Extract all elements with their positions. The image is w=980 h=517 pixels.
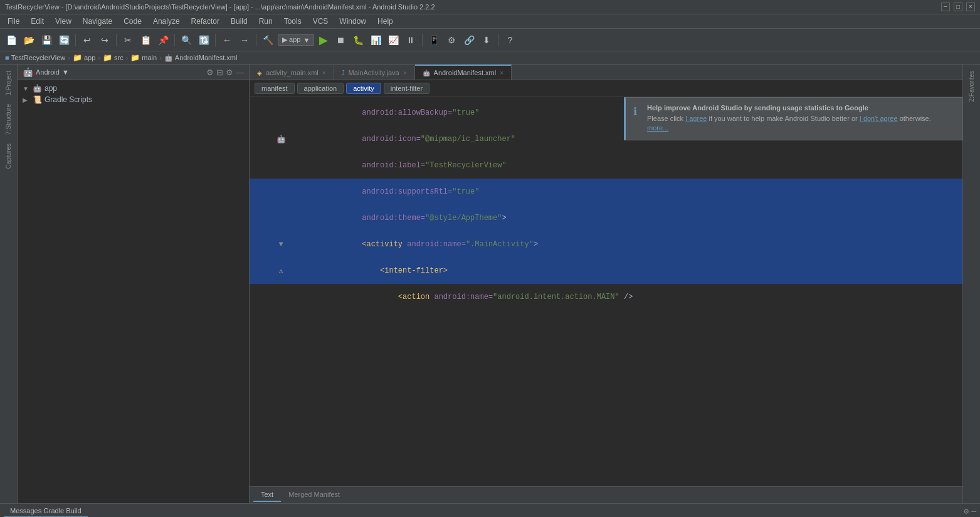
run-button[interactable]: ▶ bbox=[317, 33, 330, 47]
subtab-application[interactable]: application bbox=[297, 83, 344, 94]
project-dropdown-arrow[interactable]: ▼ bbox=[62, 68, 69, 76]
tree-item-gradle[interactable]: ▶ 📜 Gradle Scripts bbox=[18, 94, 249, 105]
sidebar-project-label[interactable]: 1:Project bbox=[4, 67, 13, 99]
minimize-button[interactable]: − bbox=[941, 3, 950, 11]
find-button[interactable]: 🔍 bbox=[179, 33, 194, 48]
paste-button[interactable]: 📌 bbox=[155, 33, 171, 48]
code-line-6: ▼ <activity android:name=".MainActivity"… bbox=[250, 231, 962, 258]
tree-item-app[interactable]: ▼ 🤖 app bbox=[18, 83, 249, 94]
breadcrumb-src[interactable]: 📁 src bbox=[103, 53, 124, 62]
project-dropdown[interactable]: Android bbox=[36, 68, 60, 76]
gear-icon[interactable]: — bbox=[236, 68, 244, 77]
android-marker: 🤖 bbox=[277, 135, 286, 144]
stop-button[interactable]: ⏸ bbox=[403, 33, 418, 48]
menu-run[interactable]: Run bbox=[254, 16, 278, 27]
copy-button[interactable]: 📋 bbox=[138, 33, 153, 48]
subtabs-bar: manifest application activity intent-fil… bbox=[250, 80, 962, 97]
redo-button[interactable]: ↪ bbox=[97, 33, 112, 48]
menu-help[interactable]: Help bbox=[372, 16, 398, 27]
breadcrumb-project[interactable]: ■ TestRecyclerView bbox=[5, 54, 65, 61]
breadcrumb-manifest[interactable]: 🤖 AndroidManifest.xml bbox=[164, 54, 238, 62]
window-controls[interactable]: − □ × bbox=[941, 3, 975, 11]
sidebar-captures-label[interactable]: Captures bbox=[4, 140, 13, 173]
code-line-8: <action android:name="android.intent.act… bbox=[250, 284, 962, 310]
separator-3 bbox=[174, 34, 175, 46]
sync-button[interactable]: 🔄 bbox=[56, 33, 71, 48]
collapse-icon[interactable]: ⊟ bbox=[216, 68, 223, 77]
menu-code[interactable]: Code bbox=[119, 16, 147, 27]
java-icon: J bbox=[342, 70, 345, 76]
fold-icon[interactable]: ▼ bbox=[278, 240, 283, 249]
breadcrumb-app[interactable]: 📁 app bbox=[73, 53, 95, 62]
menu-edit[interactable]: Edit bbox=[26, 16, 49, 27]
menu-analyze[interactable]: Analyze bbox=[148, 16, 185, 27]
close-button[interactable]: × bbox=[966, 3, 975, 11]
sdk-button[interactable]: ⚙ bbox=[444, 33, 459, 48]
subtab-intent-filter[interactable]: intent-filter bbox=[384, 83, 429, 94]
menu-refactor[interactable]: Refactor bbox=[186, 16, 224, 27]
subtab-manifest[interactable]: manifest bbox=[255, 83, 295, 94]
merged-manifest-tab[interactable]: Merged Manifest bbox=[281, 488, 347, 502]
app-selector[interactable]: ▶ app ▼ bbox=[278, 34, 314, 46]
dont-agree-link[interactable]: I don't agree bbox=[860, 115, 898, 122]
tab-activity-main[interactable]: ◈ activity_main.xml × bbox=[250, 66, 334, 80]
tabs-bar: ◈ activity_main.xml × J MainActivity.jav… bbox=[250, 65, 962, 80]
agree-link[interactable]: I agree bbox=[685, 115, 707, 122]
menu-file[interactable]: File bbox=[3, 16, 24, 27]
notification-popup: ℹ Help improve Android Studio by sending… bbox=[624, 97, 962, 140]
coverage-button[interactable]: 📈 bbox=[386, 33, 401, 48]
messages-tab[interactable]: Messages Gradle Build bbox=[4, 505, 88, 517]
bottom-settings-icon[interactable]: ⚙ bbox=[964, 506, 969, 516]
left-sidebar: 1:Project 7:Structure Captures bbox=[0, 65, 18, 503]
maximize-button[interactable]: □ bbox=[954, 3, 962, 11]
app-label: ▶ app bbox=[282, 36, 300, 44]
cut-button[interactable]: ✂ bbox=[120, 33, 135, 48]
bottom-panel: Messages Gradle Build ⚙ — ⏹ ⏫ ⏬ ↕ 🔽 ➕ 🔗 … bbox=[0, 503, 980, 517]
forward-button[interactable]: → bbox=[237, 33, 252, 48]
project-android-icon: 🤖 bbox=[23, 67, 33, 77]
subtab-activity[interactable]: activity bbox=[346, 83, 381, 94]
breadcrumb-main[interactable]: 📁 main bbox=[130, 53, 157, 62]
code-editor[interactable]: android:allowBackup="true" 🤖 android:ico… bbox=[250, 97, 962, 486]
menu-view[interactable]: View bbox=[50, 16, 76, 27]
menu-build[interactable]: Build bbox=[226, 16, 253, 27]
attach-debugger-button[interactable]: 🐛 bbox=[350, 33, 366, 48]
code-line-7: ⚠ <intent-filter> bbox=[250, 258, 962, 284]
back-button[interactable]: ← bbox=[219, 33, 234, 48]
bottom-gear-icon[interactable]: — bbox=[971, 507, 976, 516]
down-button[interactable]: ⬇ bbox=[479, 33, 494, 48]
debug-stop-button[interactable]: ⏹ bbox=[333, 33, 348, 48]
separator-5 bbox=[256, 34, 256, 46]
separator-2 bbox=[116, 34, 117, 46]
title-bar: TestRecyclerView - [D:\android\AndroidSt… bbox=[0, 0, 980, 14]
tab-manifest[interactable]: 🤖 AndroidManifest.xml × bbox=[415, 65, 512, 80]
sidebar-2-favorites[interactable]: 2:Favorites bbox=[967, 67, 976, 105]
new-file-button[interactable]: 📄 bbox=[4, 33, 19, 48]
tab-close-main[interactable]: × bbox=[403, 70, 407, 76]
sync-project-button[interactable]: 🔗 bbox=[461, 33, 477, 48]
more-link[interactable]: more... bbox=[647, 124, 668, 132]
settings-icon[interactable]: ⚙ bbox=[226, 68, 233, 77]
code-line-3: android:label="TestRecyclerView" bbox=[250, 152, 962, 179]
text-tab[interactable]: Text bbox=[253, 488, 281, 502]
sidebar-structure-label[interactable]: 7:Structure bbox=[4, 100, 13, 138]
tab-close-manifest[interactable]: × bbox=[500, 70, 503, 76]
avd-button[interactable]: 📱 bbox=[426, 33, 441, 48]
manifest-icon: 🤖 bbox=[164, 54, 173, 62]
tab-close-activity[interactable]: × bbox=[322, 70, 326, 76]
build-button[interactable]: 🔨 bbox=[260, 33, 275, 48]
sync-icon[interactable]: ⚙ bbox=[206, 68, 214, 77]
save-all-button[interactable]: 💾 bbox=[39, 33, 54, 48]
help-button[interactable]: ? bbox=[502, 33, 517, 48]
undo-button[interactable]: ↩ bbox=[80, 33, 95, 48]
replace-button[interactable]: 🔃 bbox=[196, 33, 211, 48]
profile-button[interactable]: 📊 bbox=[368, 33, 383, 48]
tab-mainactivity[interactable]: J MainActivity.java × bbox=[334, 66, 415, 80]
open-button[interactable]: 📂 bbox=[21, 33, 36, 48]
menu-window[interactable]: Window bbox=[334, 16, 371, 27]
menu-tools[interactable]: Tools bbox=[279, 16, 307, 27]
app-icon: 🤖 bbox=[33, 84, 42, 93]
menu-navigate[interactable]: Navigate bbox=[78, 16, 117, 27]
menu-vcs[interactable]: VCS bbox=[308, 16, 334, 27]
folder-icon: 📁 bbox=[73, 53, 82, 62]
